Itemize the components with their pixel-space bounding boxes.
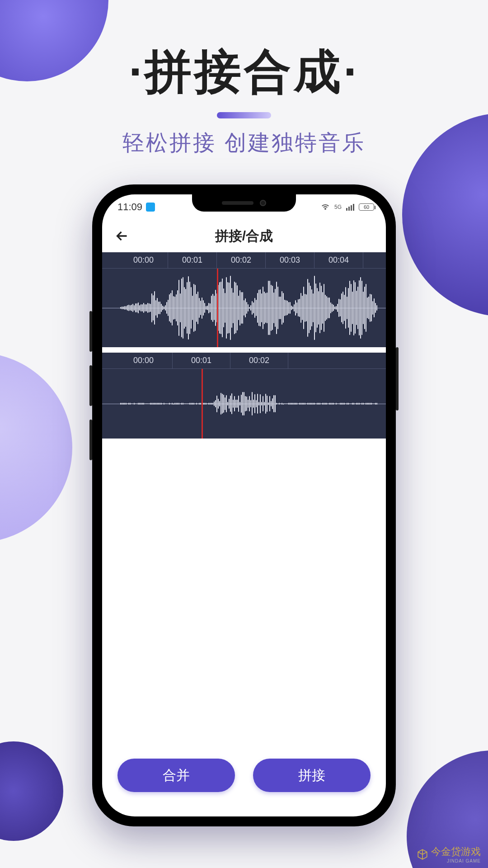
arrow-left-icon xyxy=(114,228,130,244)
phone-mockup: 11:09 5G 60 拼接/合成 00:00 00:01 00:02 00:0… xyxy=(92,184,396,826)
status-app-icon xyxy=(146,203,155,212)
signal-icon xyxy=(346,204,354,211)
ruler-tick: 00:01 xyxy=(168,252,217,268)
wifi-icon xyxy=(321,203,330,211)
concat-button[interactable]: 拼接 xyxy=(253,759,371,792)
watermark-brand: 今金贷游戏 xyxy=(431,846,481,857)
promo-title-text: 拼接合成 xyxy=(145,45,343,98)
time-ruler: 00:00 00:01 00:02 00:03 00:04 xyxy=(102,252,386,269)
title-underline xyxy=(217,112,271,118)
concat-button-label: 拼接 xyxy=(298,766,325,785)
status-left: 11:09 xyxy=(117,201,155,213)
audio-track-1[interactable]: 00:00 00:01 00:02 00:03 00:04 xyxy=(102,252,386,347)
promo-subtitle: 轻松拼接 创建独特音乐 xyxy=(0,128,488,157)
bg-blob xyxy=(0,741,63,841)
watermark: 今金贷游戏 JINDAI GAME xyxy=(417,845,481,863)
page-title: 拼接/合成 xyxy=(215,227,273,245)
ruler-tick: 00:00 xyxy=(119,252,168,268)
ruler-tick: 00:02 xyxy=(230,353,288,368)
time-ruler: 00:00 00:01 00:02 xyxy=(102,353,386,369)
cube-icon xyxy=(417,849,428,860)
phone-screen: 11:09 5G 60 拼接/合成 00:00 00:01 00:02 00:0… xyxy=(102,194,386,816)
waveform xyxy=(102,369,386,439)
status-time: 11:09 xyxy=(117,201,142,213)
ruler-tick: 00:01 xyxy=(173,353,230,368)
action-buttons: 合并 拼接 xyxy=(102,759,386,792)
battery-icon: 60 xyxy=(359,203,374,211)
promo-header: ·拼接合成· 轻松拼接 创建独特音乐 xyxy=(0,0,488,157)
watermark-sub: JINDAI GAME xyxy=(431,859,481,863)
bg-blob xyxy=(0,353,72,542)
waveform-area[interactable] xyxy=(102,369,386,439)
network-label: 5G xyxy=(334,204,342,210)
ruler-tick: 00:03 xyxy=(266,252,314,268)
app-navbar: 拼接/合成 xyxy=(102,220,386,252)
phone-notch xyxy=(192,194,296,212)
promo-title: ·拼接合成· xyxy=(0,41,488,104)
merge-button-label: 合并 xyxy=(163,766,190,785)
playhead[interactable] xyxy=(217,269,218,347)
ruler-tick: 00:04 xyxy=(314,252,363,268)
status-right: 5G 60 xyxy=(321,203,374,211)
back-button[interactable] xyxy=(112,226,132,246)
waveform xyxy=(102,269,386,347)
ruler-tick: 00:00 xyxy=(115,353,173,368)
waveform-area[interactable] xyxy=(102,269,386,347)
playhead[interactable] xyxy=(202,369,203,439)
ruler-tick: 00:02 xyxy=(217,252,266,268)
merge-button[interactable]: 合并 xyxy=(117,759,235,792)
audio-track-2[interactable]: 00:00 00:01 00:02 xyxy=(102,353,386,439)
